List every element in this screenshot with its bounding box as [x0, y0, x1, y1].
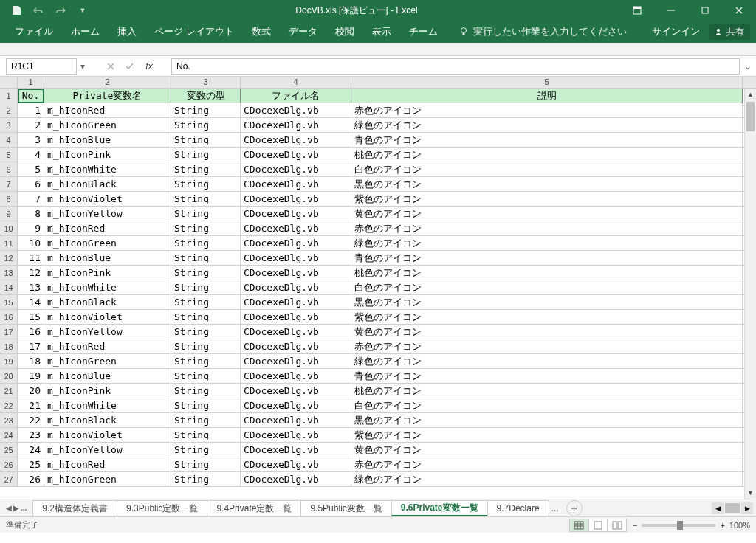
- insert-function-button[interactable]: fx: [140, 58, 158, 75]
- row-header[interactable]: 20: [0, 369, 18, 383]
- horizontal-scrollbar[interactable]: ◀ ▶: [712, 502, 756, 514]
- cell-no[interactable]: 7: [18, 192, 44, 206]
- scroll-down-arrow[interactable]: ▼: [745, 487, 756, 499]
- cell-file[interactable]: CDocexeDlg.vb: [241, 295, 351, 309]
- row-header[interactable]: 16: [0, 310, 18, 324]
- row-header[interactable]: 10: [0, 221, 18, 235]
- cell-file[interactable]: CDocexeDlg.vb: [241, 339, 351, 353]
- cell-no[interactable]: 20: [18, 384, 44, 398]
- sheet-nav-ellipsis[interactable]: ...: [21, 504, 27, 512]
- row-header[interactable]: 12: [0, 251, 18, 265]
- row-header[interactable]: 14: [0, 280, 18, 294]
- ribbon-tab-6[interactable]: 校閲: [326, 21, 363, 43]
- cell-desc[interactable]: 紫色のアイコン: [351, 192, 743, 206]
- cell-var[interactable]: m_hIconPink: [44, 266, 171, 280]
- cell-no[interactable]: 19: [18, 369, 44, 383]
- col-header-4[interactable]: 4: [241, 77, 351, 88]
- row-header[interactable]: 7: [0, 177, 18, 191]
- cell-file[interactable]: CDocexeDlg.vb: [241, 457, 351, 471]
- row-header[interactable]: 6: [0, 162, 18, 176]
- cell-type[interactable]: String: [171, 398, 241, 412]
- new-sheet-button[interactable]: +: [566, 500, 583, 516]
- share-button[interactable]: 共有: [709, 24, 750, 40]
- redo-button[interactable]: [50, 1, 71, 19]
- cell-desc[interactable]: 黄色のアイコン: [351, 443, 743, 457]
- cell-type[interactable]: String: [171, 472, 241, 486]
- cell-no[interactable]: 17: [18, 339, 44, 353]
- cell-type[interactable]: String: [171, 295, 241, 309]
- cell-desc[interactable]: 紫色のアイコン: [351, 428, 743, 442]
- ribbon-tab-5[interactable]: データ: [280, 21, 326, 43]
- cell-type[interactable]: String: [171, 310, 241, 324]
- cell-type[interactable]: String: [171, 118, 241, 132]
- row-header[interactable]: 19: [0, 354, 18, 368]
- row-header[interactable]: 24: [0, 428, 18, 442]
- ribbon-display-button[interactable]: [620, 0, 654, 21]
- row-header[interactable]: 13: [0, 266, 18, 280]
- row-header[interactable]: 8: [0, 192, 18, 206]
- col-header-5[interactable]: 5: [351, 77, 743, 88]
- page-layout-view-button[interactable]: [588, 519, 608, 532]
- tell-me-search[interactable]: 実行したい作業を入力してください: [447, 25, 627, 38]
- cell-var[interactable]: m_hIconGreen: [44, 472, 171, 486]
- page-break-view-button[interactable]: [608, 519, 627, 532]
- cell-no[interactable]: 10: [18, 236, 44, 250]
- cancel-formula-button[interactable]: [102, 58, 120, 75]
- header-var[interactable]: Private変数名: [44, 89, 171, 103]
- row-header[interactable]: 25: [0, 443, 18, 457]
- cell-desc[interactable]: 白色のアイコン: [351, 398, 743, 412]
- hscroll-thumb[interactable]: [725, 503, 740, 513]
- cell-file[interactable]: CDocexeDlg.vb: [241, 413, 351, 427]
- cell-type[interactable]: String: [171, 443, 241, 457]
- cell-no[interactable]: 23: [18, 428, 44, 442]
- formula-input[interactable]: No.: [171, 58, 740, 75]
- zoom-out-button[interactable]: −: [633, 521, 637, 530]
- cell-file[interactable]: CDocexeDlg.vb: [241, 221, 351, 235]
- row-header[interactable]: 2: [0, 103, 18, 117]
- header-desc[interactable]: 説明: [351, 89, 743, 103]
- cell-no[interactable]: 6: [18, 177, 44, 191]
- scroll-up-arrow[interactable]: ▲: [745, 89, 756, 100]
- cell-desc[interactable]: 紫色のアイコン: [351, 310, 743, 324]
- cell-var[interactable]: m_hIconBlue: [44, 133, 171, 147]
- cell-var[interactable]: m_hIconYellow: [44, 207, 171, 221]
- zoom-in-button[interactable]: +: [720, 521, 724, 530]
- cell-desc[interactable]: 緑色のアイコン: [351, 354, 743, 368]
- cell-type[interactable]: String: [171, 236, 241, 250]
- ribbon-tab-4[interactable]: 数式: [243, 21, 280, 43]
- cell-desc[interactable]: 緑色のアイコン: [351, 118, 743, 132]
- cell-no[interactable]: 15: [18, 310, 44, 324]
- name-box-dropdown[interactable]: ▾: [77, 61, 89, 72]
- cell-var[interactable]: m_hIconBlue: [44, 369, 171, 383]
- cell-type[interactable]: String: [171, 457, 241, 471]
- cell-file[interactable]: CDocexeDlg.vb: [241, 118, 351, 132]
- cell-file[interactable]: CDocexeDlg.vb: [241, 354, 351, 368]
- cell-desc[interactable]: 黄色のアイコン: [351, 325, 743, 339]
- cell-desc[interactable]: 赤色のアイコン: [351, 457, 743, 471]
- row-header[interactable]: 9: [0, 207, 18, 221]
- cell-file[interactable]: CDocexeDlg.vb: [241, 472, 351, 486]
- ribbon-tab-3[interactable]: ページ レイアウト: [145, 21, 243, 43]
- cell-var[interactable]: m_hIconPink: [44, 148, 171, 162]
- cell-file[interactable]: CDocexeDlg.vb: [241, 251, 351, 265]
- cell-desc[interactable]: 黒色のアイコン: [351, 413, 743, 427]
- cell-var[interactable]: m_hIconRed: [44, 103, 171, 117]
- cell-no[interactable]: 4: [18, 148, 44, 162]
- cell-type[interactable]: String: [171, 207, 241, 221]
- cell-desc[interactable]: 青色のアイコン: [351, 369, 743, 383]
- ribbon-tab-2[interactable]: 挿入: [109, 21, 145, 43]
- undo-button[interactable]: [28, 1, 49, 19]
- row-header[interactable]: 4: [0, 133, 18, 147]
- cell-type[interactable]: String: [171, 354, 241, 368]
- cell-file[interactable]: CDocexeDlg.vb: [241, 266, 351, 280]
- zoom-percent[interactable]: 100%: [729, 521, 750, 530]
- select-all-corner[interactable]: [0, 77, 18, 88]
- hscroll-right[interactable]: ▶: [741, 502, 753, 514]
- cell-desc[interactable]: 桃色のアイコン: [351, 384, 743, 398]
- cell-desc[interactable]: 赤色のアイコン: [351, 339, 743, 353]
- cell-no[interactable]: 5: [18, 162, 44, 176]
- expand-formula-bar[interactable]: ⌄: [740, 61, 756, 72]
- cell-file[interactable]: CDocexeDlg.vb: [241, 369, 351, 383]
- row-header[interactable]: 17: [0, 325, 18, 339]
- sheet-tab[interactable]: 9.3Public定数一覧: [117, 500, 207, 516]
